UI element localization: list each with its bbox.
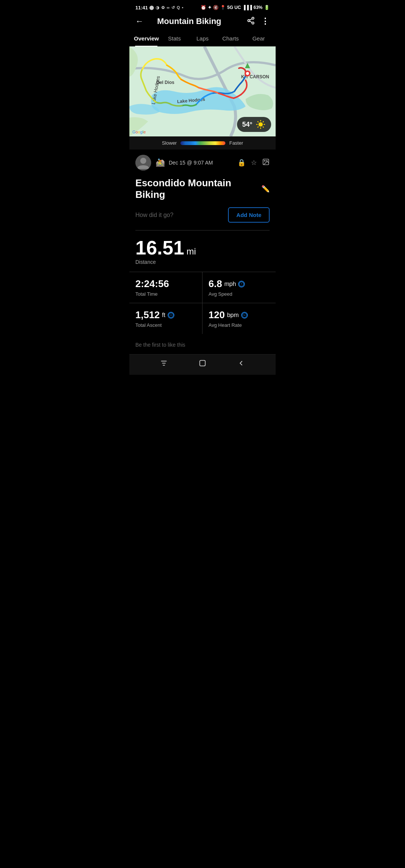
share-icon[interactable]	[247, 16, 255, 26]
sun-icon	[255, 119, 266, 130]
svg-point-2	[252, 22, 254, 24]
network-label: 5G UC	[227, 5, 241, 10]
note-row: How did it go? Add Note	[129, 206, 276, 230]
speed-slower-label: Slower	[162, 140, 177, 146]
like-row: Be the first to like this	[129, 334, 276, 354]
total-ascent-value: 1,512	[135, 309, 160, 321]
stat-total-ascent: 1,512 ft Total Ascent	[129, 303, 202, 334]
stat-distance: 16.51mi Distance	[129, 230, 276, 269]
battery-icon: 🔋	[264, 5, 270, 10]
speed-legend: Slower Faster	[129, 136, 276, 150]
bluetooth-icon: ✦	[208, 5, 212, 10]
note-placeholder: How did it go?	[135, 212, 173, 218]
svg-point-12	[246, 72, 249, 75]
stat-total-time: 2:24:56 Total Time	[129, 272, 202, 303]
avg-speed-info-icon[interactable]	[238, 281, 245, 287]
total-ascent-info-icon[interactable]	[168, 312, 174, 319]
meta-icons: 🔒 ☆	[237, 158, 270, 168]
svg-line-4	[250, 19, 252, 20]
alarm-icon: ⏰	[201, 5, 206, 10]
svg-line-19	[258, 121, 258, 122]
avg-hr-unit: bpm	[227, 312, 238, 319]
user-avatar[interactable]	[135, 155, 151, 171]
like-text: Be the first to like this	[135, 342, 185, 348]
add-photo-icon[interactable]	[262, 158, 270, 168]
tab-charts[interactable]: Charts	[216, 31, 244, 46]
svg-text:Google: Google	[132, 130, 146, 134]
speed-gradient-bar	[180, 141, 225, 145]
svg-point-0	[252, 17, 254, 19]
avg-speed-label: Avg Speed	[208, 291, 270, 297]
total-ascent-label: Total Ascent	[135, 322, 196, 328]
star-icon[interactable]: ☆	[251, 159, 257, 167]
total-ascent-unit: ft	[162, 312, 165, 319]
svg-rect-36	[200, 361, 206, 366]
activity-title: Escondido Mountain Biking	[135, 177, 261, 201]
stats-grid: 2:24:56 Total Time 6.8 mph Avg Speed 1,5…	[129, 272, 276, 334]
total-time-label: Total Time	[135, 291, 196, 297]
svg-text:Del Dios: Del Dios	[156, 80, 174, 85]
battery-label: 63%	[254, 5, 262, 10]
more-icon[interactable]: ⋮	[261, 16, 270, 26]
svg-point-14	[258, 122, 263, 127]
stat-avg-speed: 6.8 mph Avg Speed	[202, 272, 276, 303]
tab-gear[interactable]: Gear	[244, 31, 273, 46]
stat-avg-heart-rate: 120 bpm Avg Heart Rate	[202, 303, 276, 334]
svg-point-1	[248, 19, 250, 22]
svg-line-22	[258, 127, 258, 127]
recent-apps-icon[interactable]	[160, 359, 168, 369]
header: ← Mountain Biking ⋮	[129, 13, 276, 31]
tab-bar: Overview Stats Laps Charts Gear	[129, 31, 276, 46]
tab-stats[interactable]: Stats	[160, 31, 189, 46]
total-time-value: 2:24:56	[135, 278, 169, 290]
mute-icon: 🔇	[213, 5, 219, 10]
distance-label: Distance	[135, 259, 270, 265]
status-bar: 11:41 ⬤ ◑ ✿ ∞ ↺ Q • ⏰ ✦ 🔇 📍 5G UC ▐▐▐ 63…	[129, 0, 276, 13]
add-note-button[interactable]: Add Note	[228, 207, 270, 223]
location-icon: 📍	[220, 5, 226, 10]
distance-value: 16.51	[135, 237, 184, 259]
lock-icon[interactable]: 🔒	[237, 159, 246, 167]
bottom-nav	[129, 354, 276, 375]
svg-point-30	[242, 285, 242, 285]
page-title: Mountain Biking	[132, 16, 247, 26]
map-view[interactable]: Lake Hodges Lake Hodges Del Dios KIT CAR…	[129, 46, 276, 136]
avg-hr-value: 120	[208, 309, 225, 321]
signal-bars: ▐▐▐	[242, 5, 252, 10]
home-icon[interactable]	[198, 359, 207, 369]
svg-point-31	[169, 313, 173, 317]
activity-title-row: Escondido Mountain Biking ✏️	[129, 174, 276, 206]
activity-date: Dec 15 @ 9:07 AM	[169, 160, 213, 166]
avg-speed-unit: mph	[224, 281, 236, 287]
status-icons: ⬤ ◑ ✿ ∞ ↺ Q •	[149, 5, 184, 10]
header-icons: ⋮	[247, 16, 270, 26]
svg-point-32	[242, 313, 247, 317]
avg-hr-label: Avg Heart Rate	[208, 322, 270, 328]
back-nav-icon[interactable]	[237, 359, 245, 369]
status-time: 11:41	[135, 5, 148, 10]
status-right: ⏰ ✦ 🔇 📍 5G UC ▐▐▐ 63% 🔋	[201, 5, 270, 10]
speed-faster-label: Faster	[229, 140, 243, 146]
svg-line-20	[263, 127, 264, 127]
svg-line-21	[263, 121, 264, 122]
temperature: 54°	[242, 121, 252, 129]
svg-point-24	[140, 158, 146, 164]
activity-type-icon: 🚵	[156, 158, 165, 167]
activity-meta: 🚵 Dec 15 @ 9:07 AM 🔒 ☆	[156, 158, 270, 168]
tab-laps[interactable]: Laps	[189, 31, 217, 46]
svg-line-3	[250, 21, 252, 22]
distance-unit: mi	[186, 246, 196, 256]
edit-icon[interactable]: ✏️	[261, 185, 270, 193]
activity-info-row: 🚵 Dec 15 @ 9:07 AM 🔒 ☆	[129, 150, 276, 174]
tab-overview[interactable]: Overview	[132, 31, 160, 46]
avg-speed-value: 6.8	[208, 278, 222, 290]
avg-hr-info-icon[interactable]	[241, 312, 248, 319]
status-left: 11:41 ⬤ ◑ ✿ ∞ ↺ Q •	[135, 5, 184, 10]
weather-badge: 54°	[237, 117, 271, 132]
svg-point-26	[264, 160, 266, 161]
